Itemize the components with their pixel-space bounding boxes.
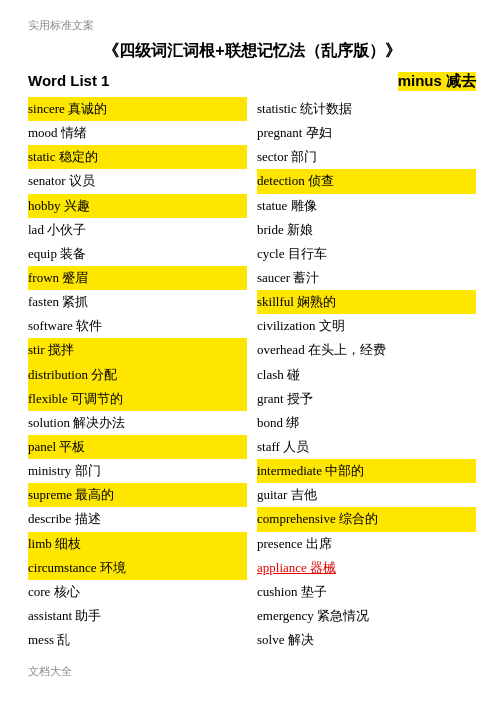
list-item: intermediate 中部的 <box>257 459 476 483</box>
list-header-right: minus 减去 <box>398 72 476 91</box>
list-item: emergency 紧急情况 <box>257 604 476 628</box>
list-item: flexible 可调节的 <box>28 387 247 411</box>
list-item: hobby 兴趣 <box>28 194 247 218</box>
list-item: mess 乱 <box>28 628 247 652</box>
list-item: fasten 紧抓 <box>28 290 247 314</box>
watermark-top: 实用标准文案 <box>28 18 476 33</box>
words-grid: sincere 真诚的statistic 统计数据mood 情绪pregnant… <box>28 97 476 652</box>
word-list-header: Word List 1 minus 减去 <box>28 72 476 91</box>
list-header-label: Word List 1 <box>28 72 109 89</box>
watermark-bottom: 文档大全 <box>28 664 476 679</box>
list-item: solve 解决 <box>257 628 476 652</box>
list-item: clash 碰 <box>257 363 476 387</box>
list-item: senator 议员 <box>28 169 247 193</box>
list-item: presence 出席 <box>257 532 476 556</box>
list-item: staff 人员 <box>257 435 476 459</box>
list-item: saucer 蓄汁 <box>257 266 476 290</box>
list-item: comprehensive 综合的 <box>257 507 476 531</box>
list-item: bond 绑 <box>257 411 476 435</box>
list-item: appliance 器械 <box>257 556 476 580</box>
list-item: limb 细枝 <box>28 532 247 556</box>
list-item: frown 蹙眉 <box>28 266 247 290</box>
list-item: bride 新娘 <box>257 218 476 242</box>
list-item: overhead 在头上，经费 <box>257 338 476 362</box>
list-item: guitar 吉他 <box>257 483 476 507</box>
list-item: describe 描述 <box>28 507 247 531</box>
list-item: static 稳定的 <box>28 145 247 169</box>
list-item: software 软件 <box>28 314 247 338</box>
list-item: skillful 娴熟的 <box>257 290 476 314</box>
list-item: detection 侦查 <box>257 169 476 193</box>
list-item: core 核心 <box>28 580 247 604</box>
list-item: equip 装备 <box>28 242 247 266</box>
list-item: sincere 真诚的 <box>28 97 247 121</box>
list-item: panel 平板 <box>28 435 247 459</box>
list-item: stir 搅拌 <box>28 338 247 362</box>
list-item: sector 部门 <box>257 145 476 169</box>
list-item: assistant 助手 <box>28 604 247 628</box>
list-item: solution 解决办法 <box>28 411 247 435</box>
list-item: statistic 统计数据 <box>257 97 476 121</box>
main-title: 《四级词汇词根+联想记忆法（乱序版）》 <box>28 41 476 62</box>
list-item: circumstance 环境 <box>28 556 247 580</box>
list-item: cycle 目行车 <box>257 242 476 266</box>
list-item: distribution 分配 <box>28 363 247 387</box>
list-item: ministry 部门 <box>28 459 247 483</box>
list-item: lad 小伙子 <box>28 218 247 242</box>
list-item: supreme 最高的 <box>28 483 247 507</box>
list-item: cushion 垫子 <box>257 580 476 604</box>
list-item: grant 授予 <box>257 387 476 411</box>
list-item: mood 情绪 <box>28 121 247 145</box>
list-item: civilization 文明 <box>257 314 476 338</box>
list-item: pregnant 孕妇 <box>257 121 476 145</box>
list-item: statue 雕像 <box>257 194 476 218</box>
